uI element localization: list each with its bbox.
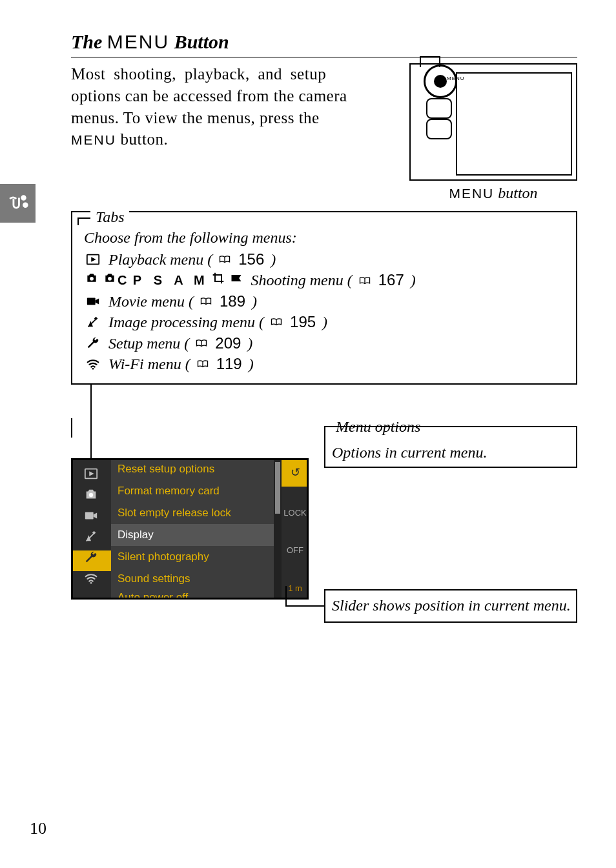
menu-options-box: Options in current menu. xyxy=(324,426,577,468)
menu-row-text: Image processing menu ( xyxy=(108,312,264,332)
page-ref: 156 xyxy=(238,249,264,270)
intro-line: menus. To view the menus, press the xyxy=(71,109,320,126)
page-ref-icon xyxy=(200,297,212,306)
camera-icon xyxy=(84,272,99,289)
menu-item-value xyxy=(282,562,309,576)
heading-suffix: Button xyxy=(174,31,229,52)
menu-row-text: Shooting menu ( xyxy=(251,270,352,290)
tabs-callout-box: Choose from the following menus: Playbac… xyxy=(71,211,577,385)
camera-illustration: MENU xyxy=(409,63,577,181)
play-icon xyxy=(84,252,102,267)
tabs-callout-label: Tabs xyxy=(90,208,129,226)
intro-line-suffix: button. xyxy=(116,130,168,148)
slider-callout-box: Slider shows position in current menu. xyxy=(324,589,577,622)
mode-letter: M xyxy=(190,272,208,289)
page-ref-icon xyxy=(219,255,231,264)
menu-row-text: Playback menu ( xyxy=(108,249,212,270)
tabs-menu-row: Movie menu ( 189) xyxy=(84,291,567,312)
menu-tab-camera xyxy=(71,487,111,508)
menu-row-text: Movie menu ( xyxy=(108,291,194,312)
tabs-menu-row: Playback menu ( 156) xyxy=(84,249,567,270)
svg-point-6 xyxy=(92,368,94,370)
menu-item-value xyxy=(282,525,309,539)
connector-line xyxy=(71,399,177,418)
camera-caption: MENU button xyxy=(409,185,577,202)
tabs-menu-row: Setup menu ( 209) xyxy=(84,333,567,354)
tabs-menu-row: Wi-Fi menu ( 119) xyxy=(84,354,567,374)
svg-point-4 xyxy=(108,277,112,281)
wifi-icon xyxy=(84,357,102,371)
menu-tab-retouch xyxy=(71,529,111,550)
page-ref-icon xyxy=(196,339,207,348)
tabs-menu-row: CPSAM Shooting menu ( 167) xyxy=(84,270,567,290)
heading-menu-word: MENU xyxy=(107,31,169,52)
svg-point-8 xyxy=(89,493,93,497)
camera-caption-text: button xyxy=(494,185,537,201)
tabs-menu-row: Image processing menu ( 195) xyxy=(84,312,567,332)
menu-item: Sound settings xyxy=(111,568,274,590)
menu-scrollbar-thumb xyxy=(275,462,280,514)
menu-item: Auto power off xyxy=(111,590,274,600)
movie-icon xyxy=(84,294,102,308)
page-ref-icon xyxy=(359,276,371,285)
svg-rect-9 xyxy=(85,512,94,519)
side-section-tab xyxy=(0,184,36,223)
section-heading: The MENU Button xyxy=(71,31,577,58)
page-ref: 119 xyxy=(216,354,242,374)
camera-icon: C xyxy=(102,272,125,289)
menu-item: Display xyxy=(111,524,274,546)
menu-tab-movie xyxy=(71,509,111,529)
menu-item: Slot empty release lock xyxy=(111,502,274,524)
page-ref-icon xyxy=(197,359,209,368)
menu-item-value xyxy=(282,487,309,501)
page-ref: 167 xyxy=(378,270,404,290)
svg-point-0 xyxy=(21,196,25,200)
intro-line: Most shooting, playback, and setup xyxy=(71,65,326,83)
crop-icon xyxy=(210,272,226,289)
page-ref: 195 xyxy=(290,312,316,332)
svg-point-3 xyxy=(90,277,94,281)
page-ref-icon xyxy=(271,318,282,327)
svg-point-1 xyxy=(23,203,27,207)
heading-prefix: The xyxy=(71,31,102,52)
menu-row-text: Wi-Fi menu ( xyxy=(108,354,190,374)
camera-menu-screen: Reset setup optionsFormat memory cardSlo… xyxy=(71,458,309,600)
menu-item: Reset setup options xyxy=(111,458,274,480)
menu-item-value: LOCK xyxy=(282,501,309,525)
menu-scrollbar xyxy=(274,458,282,600)
connector-line xyxy=(90,385,92,469)
slider-callout-text: Slider shows position in current menu. xyxy=(332,597,571,614)
camera-caption-menu: MENU xyxy=(449,186,494,201)
menu-tab-wifi xyxy=(71,571,111,592)
connector-line xyxy=(285,586,287,607)
best-moment-icon xyxy=(229,272,244,289)
page-number: 10 xyxy=(30,819,46,838)
menu-tab-wrench xyxy=(71,550,111,571)
intro-text: Most shooting, playback, and setup optio… xyxy=(71,63,402,150)
intro-menu-word: MENU xyxy=(71,132,116,147)
page-ref: 209 xyxy=(215,333,241,354)
mode-letter: A xyxy=(169,272,187,289)
menu-item-value: ↺ xyxy=(282,458,309,487)
svg-rect-5 xyxy=(87,298,96,305)
menu-options-text: Options in current menu. xyxy=(332,444,487,461)
tabs-choose-text: Choose from the following menus: xyxy=(84,229,567,247)
menu-item: Format memory card xyxy=(111,480,274,502)
page-ref: 189 xyxy=(220,291,245,312)
menu-row-text: Setup menu ( xyxy=(108,333,189,354)
menu-item: Silent photography xyxy=(111,546,274,568)
intro-line: options can be accessed from the camera xyxy=(71,87,347,105)
menu-item-value: OFF xyxy=(282,538,309,562)
menu-tab-play xyxy=(71,467,111,487)
mode-letter: S xyxy=(149,272,167,289)
wrench-icon xyxy=(84,336,102,350)
svg-point-10 xyxy=(90,582,92,584)
mode-letter: P xyxy=(128,272,146,289)
connector-line xyxy=(71,418,72,438)
connector-line xyxy=(285,605,324,607)
retouch-icon xyxy=(84,315,102,329)
